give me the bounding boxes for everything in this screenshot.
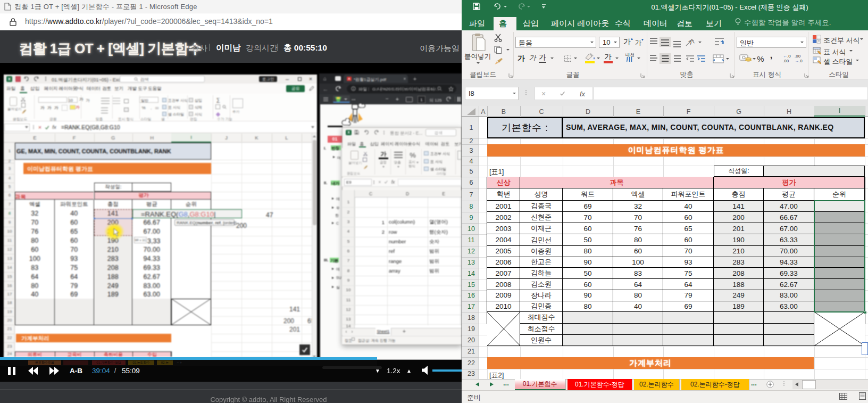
svg-text:=: = <box>818 39 820 43</box>
svg-text:가: 가 <box>687 37 696 46</box>
